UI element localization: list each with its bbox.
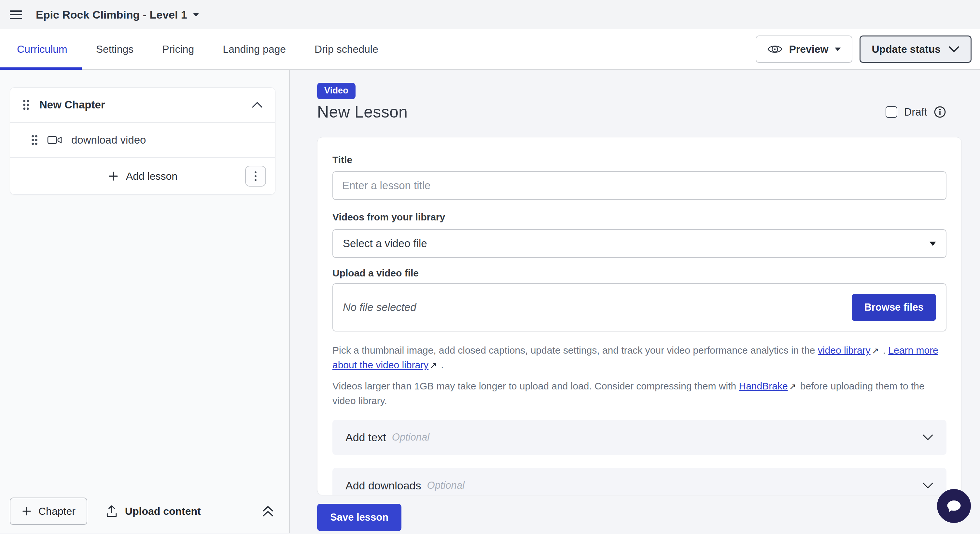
chevron-down-icon (948, 46, 959, 53)
drag-handle-icon[interactable] (22, 99, 30, 110)
tab-pricing[interactable]: Pricing (148, 29, 208, 69)
tab-settings[interactable]: Settings (82, 29, 148, 69)
tab-curriculum[interactable]: Curriculum (0, 29, 82, 69)
chapter-title: New Chapter (40, 99, 105, 111)
update-status-button[interactable]: Update status (859, 35, 972, 63)
lesson-form-card: Title Videos from your library Select a … (317, 137, 962, 495)
tab-bar: Curriculum Settings Pricing Landing page… (0, 29, 980, 70)
sidebar-footer: Chapter Upload content (10, 497, 275, 525)
tab-landing-page[interactable]: Landing page (208, 29, 300, 69)
upload-content-button[interactable]: Upload content (105, 505, 201, 518)
external-link-icon: ↗ (428, 361, 438, 370)
page-title: New Lesson (317, 103, 407, 121)
top-bar: Epic Rock Climbing - Level 1 (0, 0, 980, 29)
video-library-help-text: Pick a thumbnail image, add closed capti… (332, 343, 947, 372)
lesson-title-row: New Lesson Draft (317, 103, 962, 121)
chapter-menu-button[interactable] (245, 166, 266, 187)
tab-label: Curriculum (17, 43, 67, 56)
help-text: . (438, 359, 444, 370)
preview-button[interactable]: Preview (756, 35, 853, 63)
drag-handle-icon[interactable] (31, 135, 38, 146)
help-text: Pick a thumbnail image, add closed capti… (332, 345, 818, 356)
add-downloads-section[interactable]: Add downloads Optional (332, 468, 947, 495)
draft-checkbox[interactable] (886, 106, 897, 118)
upload-icon (105, 505, 118, 518)
save-row: Save lesson (317, 504, 962, 531)
add-lesson-button[interactable]: Add lesson (108, 170, 177, 182)
chat-widget-button[interactable] (937, 489, 971, 523)
add-text-title: Add text (345, 431, 386, 444)
chevron-down-icon (835, 48, 841, 51)
course-title-dropdown[interactable]: Epic Rock Climbing - Level 1 (36, 8, 199, 21)
tabbar-actions: Preview Update status (756, 29, 980, 69)
draft-label: Draft (904, 106, 927, 118)
browse-files-button[interactable]: Browse files (852, 294, 936, 321)
optional-label: Optional (427, 480, 465, 491)
tab-drip-schedule[interactable]: Drip schedule (300, 29, 393, 69)
handbrake-link[interactable]: HandBrake (739, 381, 788, 391)
kebab-menu-icon (254, 171, 257, 182)
collapse-all-icon[interactable] (261, 505, 275, 518)
library-label: Videos from your library (332, 211, 947, 223)
lesson-row[interactable]: download video (10, 123, 275, 158)
no-file-text: No file selected (343, 301, 417, 313)
course-title: Epic Rock Climbing - Level 1 (36, 8, 187, 21)
add-chapter-button[interactable]: Chapter (10, 497, 87, 525)
chapter-header[interactable]: New Chapter (10, 87, 275, 123)
chevron-down-icon (923, 434, 934, 441)
video-camera-icon (47, 135, 62, 145)
hamburger-menu-icon[interactable] (10, 10, 22, 19)
chevron-up-icon[interactable] (252, 101, 263, 108)
add-lesson-label: Add lesson (126, 170, 177, 182)
help-text: Videos larger than 1GB may take longer t… (332, 381, 739, 391)
lesson-editor: Video New Lesson Draft Title Videos from… (290, 70, 980, 533)
upload-content-label: Upload content (125, 505, 201, 517)
plus-icon (108, 171, 119, 182)
add-lesson-row: Add lesson (10, 158, 275, 194)
tabs: Curriculum Settings Pricing Landing page… (0, 29, 393, 69)
lesson-type-badge: Video (317, 83, 356, 99)
title-label: Title (332, 154, 947, 165)
info-icon[interactable] (934, 106, 946, 118)
add-downloads-title: Add downloads (345, 479, 421, 492)
file-upload-field: No file selected Browse files (332, 283, 947, 332)
chapter-card: New Chapter download video (10, 87, 275, 195)
tab-label: Landing page (223, 43, 286, 56)
external-link-icon: ↗ (788, 381, 798, 391)
draft-toggle-group: Draft (886, 106, 962, 118)
tab-label: Pricing (162, 43, 194, 56)
external-link-icon: ↗ (870, 346, 880, 356)
update-status-label: Update status (872, 43, 940, 56)
add-text-section[interactable]: Add text Optional (332, 420, 947, 455)
lesson-title-input[interactable] (332, 171, 947, 200)
chevron-down-icon (923, 482, 934, 489)
eye-icon (767, 44, 783, 55)
compression-help-text: Videos larger than 1GB may take longer t… (332, 379, 947, 408)
select-value: Select a video file (343, 237, 427, 250)
video-library-link[interactable]: video library (818, 345, 870, 356)
lesson-title: download video (71, 134, 146, 146)
plus-icon (21, 506, 32, 517)
optional-label: Optional (392, 431, 430, 443)
chevron-down-icon (193, 13, 199, 17)
upload-label: Upload a video file (332, 268, 947, 279)
save-lesson-button[interactable]: Save lesson (317, 504, 401, 531)
tab-label: Drip schedule (315, 43, 378, 56)
add-chapter-label: Chapter (38, 505, 76, 517)
curriculum-sidebar: New Chapter download video (0, 70, 290, 533)
video-library-select[interactable]: Select a video file (332, 229, 947, 258)
preview-label: Preview (789, 43, 828, 56)
tab-label: Settings (96, 43, 134, 56)
chat-bubble-icon (945, 497, 963, 515)
chevron-down-icon (929, 242, 936, 246)
help-text: . (880, 345, 888, 356)
